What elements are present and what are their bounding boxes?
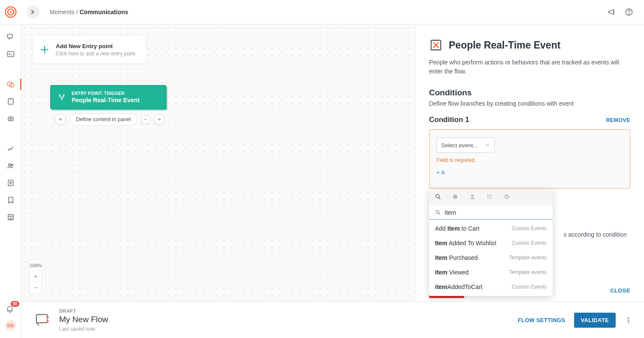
left-nav-rail: 88 DS bbox=[0, 24, 21, 338]
svg-point-30 bbox=[487, 198, 489, 199]
dropdown-item[interactable]: itemAddedToCartCustom Events bbox=[429, 280, 553, 294]
plus-icon bbox=[39, 45, 50, 55]
dropdown-item-label: Add Item to Cart bbox=[435, 225, 480, 232]
dropdown-tab-person-icon[interactable] bbox=[468, 192, 477, 201]
condition-box: Select event... Field is required. + A bbox=[429, 129, 630, 189]
add-entry-subtitle: Click here to add a new entry point bbox=[56, 51, 135, 57]
rail-moments-icon[interactable] bbox=[0, 77, 21, 91]
dropdown-tab-apps-icon[interactable] bbox=[485, 192, 494, 201]
branch-continue-button[interactable] bbox=[154, 114, 165, 125]
validate-button[interactable]: VALIDATE bbox=[574, 313, 616, 328]
search-icon bbox=[435, 210, 441, 216]
dropdown-tab-search-icon[interactable] bbox=[433, 192, 443, 201]
config-panel: People Real-Time Event People who perfor… bbox=[415, 24, 644, 301]
svg-point-34 bbox=[436, 210, 439, 213]
rail-terminal-icon[interactable] bbox=[0, 47, 21, 61]
dropdown-item-label: Item Added To Wishlist bbox=[435, 240, 496, 247]
rail-people-icon[interactable] bbox=[0, 158, 21, 173]
svg-point-13 bbox=[9, 164, 11, 166]
flow-name[interactable]: My New Flow bbox=[59, 315, 108, 324]
dropdown-item-label: Item Purchased bbox=[435, 254, 478, 261]
branch-add-button[interactable] bbox=[55, 114, 66, 125]
add-properties-link[interactable]: + A bbox=[436, 169, 445, 176]
dropdown-item-category: Custom Events bbox=[512, 284, 547, 290]
svg-point-36 bbox=[47, 317, 49, 318]
notifications-bell-icon[interactable]: 88 bbox=[6, 305, 16, 315]
trigger-icon bbox=[57, 92, 67, 102]
branch-label-pill[interactable]: Define content in panel bbox=[70, 113, 137, 125]
svg-point-14 bbox=[11, 164, 13, 166]
event-icon bbox=[429, 38, 443, 52]
more-menu-button[interactable] bbox=[624, 316, 632, 324]
svg-point-29 bbox=[491, 196, 492, 198]
svg-point-18 bbox=[63, 94, 65, 96]
event-dropdown-popup: Add Item to CartCustom EventsItem Added … bbox=[429, 189, 553, 296]
help-icon[interactable] bbox=[624, 7, 634, 17]
svg-point-11 bbox=[9, 119, 10, 119]
entry-title: People Real-Time Event bbox=[72, 97, 139, 104]
svg-point-19 bbox=[61, 98, 63, 100]
dropdown-item[interactable]: Item ViewedTemplate events bbox=[429, 265, 553, 280]
entry-point-node[interactable]: ENTRY POINT: TRIGGER People Real-Time Ev… bbox=[50, 85, 166, 109]
dropdown-tab-ring-icon[interactable] bbox=[502, 192, 511, 201]
announcements-icon[interactable] bbox=[607, 7, 617, 17]
branch-remove-button[interactable] bbox=[141, 115, 150, 124]
select-event-dropdown[interactable]: Select event... bbox=[436, 137, 495, 153]
svg-point-27 bbox=[487, 196, 489, 198]
svg-rect-35 bbox=[36, 314, 47, 323]
rail-templates-icon[interactable] bbox=[0, 94, 21, 109]
conditions-description: Define flow branches by creating conditi… bbox=[429, 100, 630, 107]
dropdown-item-label: Item Viewed bbox=[435, 269, 469, 276]
dropdown-item[interactable]: Item Added To WishlistCustom Events bbox=[429, 236, 553, 250]
breadcrumb-parent[interactable]: Moments bbox=[50, 9, 75, 15]
add-entry-point-card[interactable]: Add New Entry point Click here to add a … bbox=[33, 36, 146, 64]
collapse-nav-button[interactable] bbox=[27, 6, 39, 18]
flow-icon bbox=[33, 311, 51, 329]
svg-rect-5 bbox=[7, 34, 12, 38]
svg-point-21 bbox=[436, 195, 439, 198]
breadcrumb-sep: / bbox=[76, 9, 78, 15]
close-button[interactable]: CLOSE bbox=[610, 287, 630, 294]
rail-analytics-icon[interactable] bbox=[0, 141, 21, 156]
rail-conversations-icon[interactable] bbox=[0, 30, 21, 44]
zoom-out-button[interactable] bbox=[30, 282, 42, 293]
svg-point-28 bbox=[489, 196, 490, 198]
breadcrumb-current: Communications bbox=[79, 9, 128, 15]
panel-description: People who perform actions or behaviors … bbox=[429, 58, 630, 76]
flow-settings-button[interactable]: FLOW SETTINGS bbox=[518, 317, 565, 323]
bottom-bar: DRAFT My New Flow Last saved now FLOW SE… bbox=[21, 301, 644, 338]
flow-saved-label: Last saved now bbox=[59, 326, 108, 332]
rail-bot-icon[interactable] bbox=[0, 111, 21, 126]
user-avatar[interactable]: DS bbox=[5, 320, 16, 331]
dropdown-tab-globe-icon[interactable] bbox=[450, 192, 460, 201]
svg-rect-10 bbox=[8, 117, 13, 121]
flow-canvas[interactable]: Add New Entry point Click here to add a … bbox=[21, 24, 415, 301]
field-required-label: Field is required. bbox=[436, 157, 623, 163]
rail-bookmark-icon[interactable] bbox=[0, 193, 21, 207]
svg-rect-2 bbox=[10, 11, 12, 13]
dropdown-item-label: itemAddedToCart bbox=[435, 283, 483, 290]
add-entry-title: Add New Entry point bbox=[56, 43, 135, 49]
svg-point-4 bbox=[629, 14, 629, 14]
svg-point-26 bbox=[491, 195, 492, 196]
panel-title: People Real-Time Event bbox=[449, 40, 560, 51]
svg-rect-6 bbox=[7, 52, 14, 57]
brand-logo[interactable] bbox=[0, 0, 21, 24]
chevron-down-icon bbox=[485, 143, 490, 148]
svg-point-33 bbox=[505, 195, 508, 198]
remove-condition-button[interactable]: REMOVE bbox=[606, 117, 630, 123]
dropdown-item[interactable]: Add Item to CartCustom Events bbox=[429, 221, 553, 236]
conditions-heading: Conditions bbox=[429, 88, 630, 97]
event-search-input[interactable] bbox=[444, 209, 547, 216]
rail-catalog-icon[interactable] bbox=[0, 176, 21, 190]
zoom-level-label: 100% bbox=[30, 260, 42, 271]
entry-eyebrow: ENTRY POINT: TRIGGER bbox=[72, 91, 139, 96]
svg-point-22 bbox=[453, 195, 458, 199]
zoom-in-button[interactable] bbox=[30, 271, 42, 282]
svg-point-31 bbox=[489, 198, 490, 199]
notifications-count-badge: 88 bbox=[11, 301, 19, 307]
dropdown-item-category: Template events bbox=[509, 255, 547, 261]
dropdown-item[interactable]: Item PurchasedTemplate events bbox=[429, 250, 553, 265]
zoom-control: 100% bbox=[29, 259, 42, 294]
rail-store-icon[interactable] bbox=[0, 210, 21, 225]
